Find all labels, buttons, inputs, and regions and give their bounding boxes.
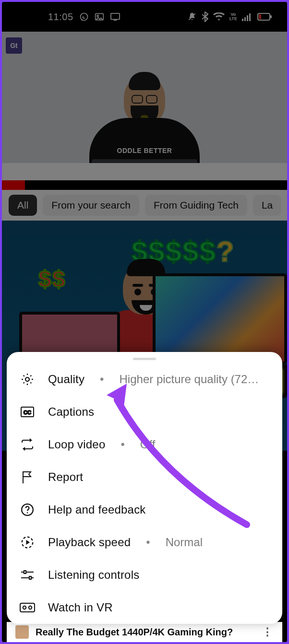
thumb-cash-small: $$ xyxy=(38,266,66,292)
separator-dot: • xyxy=(143,536,153,549)
volte-icon: Vo LTE xyxy=(229,12,237,21)
bluetooth-icon xyxy=(202,12,208,22)
picture-icon xyxy=(95,12,104,21)
svg-rect-22 xyxy=(24,571,26,574)
next-video-thumb xyxy=(15,625,29,639)
flag-icon xyxy=(19,470,36,484)
next-video-row[interactable]: Really The Budget 1440P/4K Gaming King? … xyxy=(7,622,282,642)
sheet-item-label: Playback speed xyxy=(48,536,131,549)
sheet-item-label: Report xyxy=(48,470,83,484)
svg-rect-7 xyxy=(244,17,246,21)
separator-dot: • xyxy=(118,438,127,451)
svg-marker-19 xyxy=(26,540,30,545)
help-icon xyxy=(19,503,36,517)
player-options-sheet: Quality•Higher picture quality (72…CCCap… xyxy=(7,352,282,624)
status-left: 11:05 xyxy=(48,12,120,23)
progress-played xyxy=(2,180,25,190)
svg-point-26 xyxy=(29,606,32,609)
svg-rect-11 xyxy=(270,15,272,18)
svg-point-0 xyxy=(80,13,87,21)
sheet-item-label: Help and feedback xyxy=(48,503,146,516)
sheet-item-label: Watch in VR xyxy=(48,601,113,614)
device-frame: 11:05 Vo LTE xyxy=(2,2,287,642)
svg-rect-23 xyxy=(29,576,31,579)
sheet-item-listening-controls[interactable]: Listening controls xyxy=(7,559,282,591)
vr-icon xyxy=(19,602,36,613)
sheet-item-playback-speed[interactable]: Playback speed•Normal xyxy=(7,526,282,559)
next-video-title: Really The Budget 1440P/4K Gaming King? xyxy=(36,627,233,638)
cast-icon xyxy=(110,12,120,21)
speed-icon xyxy=(19,535,36,550)
sheet-drag-handle[interactable] xyxy=(133,358,156,360)
feed-filter-chips: AllFrom your searchFrom Guiding TechLa xyxy=(2,190,287,221)
sheet-item-quality[interactable]: Quality•Higher picture quality (72… xyxy=(7,363,282,396)
sheet-item-watch-in-vr[interactable]: Watch in VR xyxy=(7,591,282,624)
filter-chip-1[interactable]: From your search xyxy=(43,195,139,216)
whatsapp-icon xyxy=(79,12,89,22)
filter-chip-0[interactable]: All xyxy=(9,195,37,216)
filter-chip-2[interactable]: From Guiding Tech xyxy=(145,195,247,216)
svg-text:CC: CC xyxy=(24,410,31,415)
sheet-item-value: Off xyxy=(140,438,270,451)
svg-point-17 xyxy=(27,512,28,514)
status-clock: 11:05 xyxy=(48,12,73,23)
sheet-item-value: Normal xyxy=(166,536,270,549)
svg-point-13 xyxy=(25,377,29,381)
sheet-item-label: Quality xyxy=(48,373,84,386)
wifi-icon xyxy=(213,12,225,21)
svg-rect-6 xyxy=(242,19,243,21)
status-bar: 11:05 Vo LTE xyxy=(2,2,287,32)
svg-rect-8 xyxy=(247,15,248,21)
filter-chip-3[interactable]: La xyxy=(253,195,281,216)
svg-rect-12 xyxy=(259,14,261,19)
sheet-item-label: Captions xyxy=(48,405,94,419)
video-player[interactable]: Gt ODDLE BETTER xyxy=(2,32,287,180)
more-options-icon[interactable]: ⋮ xyxy=(262,626,274,638)
svg-point-25 xyxy=(23,606,26,609)
svg-rect-4 xyxy=(113,20,117,21)
sheet-item-label: Loop video xyxy=(48,438,105,451)
loop-icon xyxy=(19,438,36,451)
channel-badge: Gt xyxy=(6,37,22,54)
signal-icon xyxy=(242,12,253,21)
mute-icon xyxy=(187,12,197,22)
cc-icon: CC xyxy=(19,406,36,418)
sheet-item-captions[interactable]: CCCaptions xyxy=(7,396,282,428)
gear-icon xyxy=(19,372,36,386)
video-progress-bar[interactable] xyxy=(2,180,287,190)
status-right: Vo LTE xyxy=(187,12,272,22)
sheet-item-help-and-feedback[interactable]: Help and feedback xyxy=(7,493,282,526)
sheet-item-value: Higher picture quality (72… xyxy=(120,373,270,386)
sheet-item-loop-video[interactable]: Loop video•Off xyxy=(7,428,282,461)
sliders-icon xyxy=(19,569,36,581)
svg-rect-3 xyxy=(111,13,120,20)
svg-rect-24 xyxy=(20,603,35,612)
svg-point-2 xyxy=(97,15,98,17)
svg-rect-9 xyxy=(249,13,251,21)
sheet-item-label: Listening controls xyxy=(48,568,139,582)
sheet-item-report[interactable]: Report xyxy=(7,461,282,493)
battery-icon xyxy=(257,13,272,21)
separator-dot: • xyxy=(97,373,107,386)
shirt-text: ODDLE BETTER xyxy=(117,147,172,154)
